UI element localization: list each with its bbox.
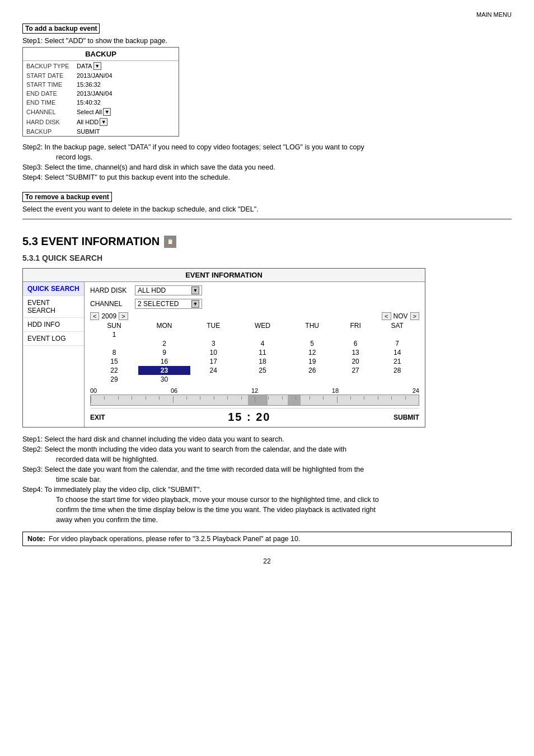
cal-day[interactable]: 20 bbox=[336, 357, 376, 366]
cal-day bbox=[288, 330, 335, 339]
backup-table-title: BACKUP bbox=[23, 48, 179, 61]
channel-row: CHANNEL 2 SELECTED ▼ bbox=[90, 299, 419, 309]
backup-table: BACKUP BACKUP TYPEDATA▼START DATE2013/JA… bbox=[22, 47, 179, 137]
cal-day[interactable]: 16 bbox=[138, 357, 190, 366]
cal-day[interactable]: 14 bbox=[375, 348, 419, 357]
cal-day[interactable]: 18 bbox=[237, 357, 289, 366]
cal-day[interactable]: 26 bbox=[288, 366, 335, 375]
backup-row-label: CHANNEL bbox=[23, 107, 73, 117]
note-text: For video playback operations, please re… bbox=[49, 535, 300, 543]
event-main-content: HARD DISK ALL HDD ▼ CHANNEL 2 SELECTED ▼ bbox=[85, 282, 425, 427]
backup-row-value[interactable]: DATA▼ bbox=[73, 61, 179, 71]
timeline-bar[interactable] bbox=[90, 395, 419, 406]
backup-row-value[interactable]: Select All▼ bbox=[73, 107, 179, 117]
cal-day[interactable]: 21 bbox=[375, 357, 419, 366]
section-53-title: 5.3 EVENT INFORMATION 📋 bbox=[22, 235, 512, 248]
backup-row-value: SUBMIT bbox=[73, 127, 179, 136]
submit-button[interactable]: SUBMIT bbox=[394, 414, 419, 421]
channel-dropdown[interactable]: 2 SELECTED ▼ bbox=[135, 299, 202, 309]
backup-row-label: BACKUP TYPE bbox=[23, 61, 73, 71]
timeline-label: 06 bbox=[171, 387, 177, 394]
backup-step1: Step1: Select "ADD" to show the backup p… bbox=[22, 37, 512, 45]
cal-day[interactable]: 27 bbox=[336, 366, 376, 375]
channel-label: CHANNEL bbox=[90, 300, 135, 308]
cal-day[interactable]: 1 bbox=[90, 330, 138, 339]
backup-remove-text: Select the event you want to delete in t… bbox=[22, 205, 512, 213]
step4-indent2: confirm the time when the time display b… bbox=[56, 506, 512, 514]
cal-day-header: TUE bbox=[190, 321, 237, 330]
cal-day[interactable]: 30 bbox=[138, 375, 190, 384]
page-number: 22 bbox=[22, 557, 512, 565]
step4-indent3: away when you confirm the time. bbox=[56, 516, 512, 524]
cal-day bbox=[190, 375, 237, 384]
backup-row-label: BACKUP bbox=[23, 127, 73, 136]
hard-disk-dropdown-arrow[interactable]: ▼ bbox=[191, 287, 199, 294]
cal-day[interactable]: 17 bbox=[190, 357, 237, 366]
cal-day[interactable]: 13 bbox=[336, 348, 376, 357]
cal-day bbox=[237, 375, 289, 384]
year-prev-btn[interactable]: < bbox=[90, 312, 99, 320]
sidebar-item-event-log[interactable]: EVENT LOG bbox=[23, 332, 84, 346]
event-panel-title: EVENT INFORMATION bbox=[23, 269, 425, 282]
step2-text: Step2: Select the month including the vi… bbox=[22, 445, 512, 453]
month-prev-btn[interactable]: < bbox=[382, 312, 391, 320]
cal-day bbox=[237, 330, 289, 339]
cal-day-header: MON bbox=[138, 321, 190, 330]
time-display: 15 : 20 bbox=[228, 411, 270, 424]
cal-day[interactable]: 19 bbox=[288, 357, 335, 366]
cal-day bbox=[375, 330, 419, 339]
sidebar-item-hdd-info[interactable]: HDD INFO bbox=[23, 318, 84, 332]
sidebar-item-quick-search[interactable]: QUICK SEARCH bbox=[23, 282, 84, 296]
cal-day[interactable]: 8 bbox=[90, 348, 138, 357]
cal-day[interactable]: 15 bbox=[90, 357, 138, 366]
cal-day[interactable]: 7 bbox=[375, 339, 419, 348]
step2-indent: recorded data will be highlighted. bbox=[56, 456, 512, 463]
cal-day bbox=[190, 330, 237, 339]
cal-day[interactable]: 23 bbox=[138, 366, 190, 375]
backup-step3: Step3: Select the time, channel(s) and h… bbox=[22, 163, 512, 171]
cal-day-header: WED bbox=[237, 321, 289, 330]
event-info-panel: EVENT INFORMATION QUICK SEARCHEVENT SEAR… bbox=[22, 268, 425, 428]
year-next-btn[interactable]: > bbox=[119, 312, 128, 320]
exit-button[interactable]: EXIT bbox=[90, 414, 105, 421]
calendar-grid: SUNMONTUEWEDTHUFRISAT 123456789101112131… bbox=[90, 321, 419, 384]
month-next-btn[interactable]: > bbox=[410, 312, 419, 320]
sidebar-item-event-search[interactable]: EVENT SEARCH bbox=[23, 296, 84, 318]
section-divider bbox=[22, 219, 512, 219]
cal-day[interactable]: 2 bbox=[138, 339, 190, 348]
cal-day bbox=[138, 330, 190, 339]
hard-disk-label: HARD DISK bbox=[90, 287, 135, 294]
channel-value: 2 SELECTED bbox=[138, 300, 189, 308]
cal-day[interactable]: 3 bbox=[190, 339, 237, 348]
cal-day[interactable]: 12 bbox=[288, 348, 335, 357]
timeline-label: 24 bbox=[413, 387, 419, 394]
cal-day[interactable]: 29 bbox=[90, 375, 138, 384]
cal-day-header: SAT bbox=[375, 321, 419, 330]
cal-day[interactable]: 25 bbox=[237, 366, 289, 375]
step3-indent: time scale bar. bbox=[56, 476, 512, 483]
event-bottom-row: EXIT 15 : 20 SUBMIT bbox=[90, 408, 419, 424]
cal-day[interactable]: 10 bbox=[190, 348, 237, 357]
backup-row-value[interactable]: All HDD▼ bbox=[73, 117, 179, 127]
backup-table-content: BACKUP TYPEDATA▼START DATE2013/JAN/04STA… bbox=[23, 61, 179, 136]
backup-row-label: END TIME bbox=[23, 98, 73, 107]
cal-day[interactable]: 5 bbox=[288, 339, 335, 348]
backup-row-value: 15:36:32 bbox=[73, 80, 179, 89]
step1-text: Step1: Select the hard disk and channel … bbox=[22, 435, 512, 443]
backup-row-label: START DATE bbox=[23, 71, 73, 80]
backup-row-value: 2013/JAN/04 bbox=[73, 89, 179, 98]
cal-day[interactable]: 24 bbox=[190, 366, 237, 375]
cal-day[interactable]: 28 bbox=[375, 366, 419, 375]
cal-day[interactable]: 4 bbox=[237, 339, 289, 348]
cal-day[interactable]: 6 bbox=[336, 339, 376, 348]
cal-day-header: SUN bbox=[90, 321, 138, 330]
hard-disk-dropdown[interactable]: ALL HDD ▼ bbox=[135, 285, 202, 295]
backup-row-value: 2013/JAN/04 bbox=[73, 71, 179, 80]
cal-day[interactable]: 22 bbox=[90, 366, 138, 375]
timeline-container: 0006121824 bbox=[90, 387, 419, 406]
cal-day[interactable]: 11 bbox=[237, 348, 289, 357]
timeline-labels: 0006121824 bbox=[90, 387, 419, 394]
cal-day[interactable]: 9 bbox=[138, 348, 190, 357]
month-nav: < NOV > bbox=[382, 312, 419, 320]
channel-dropdown-arrow[interactable]: ▼ bbox=[191, 300, 199, 308]
